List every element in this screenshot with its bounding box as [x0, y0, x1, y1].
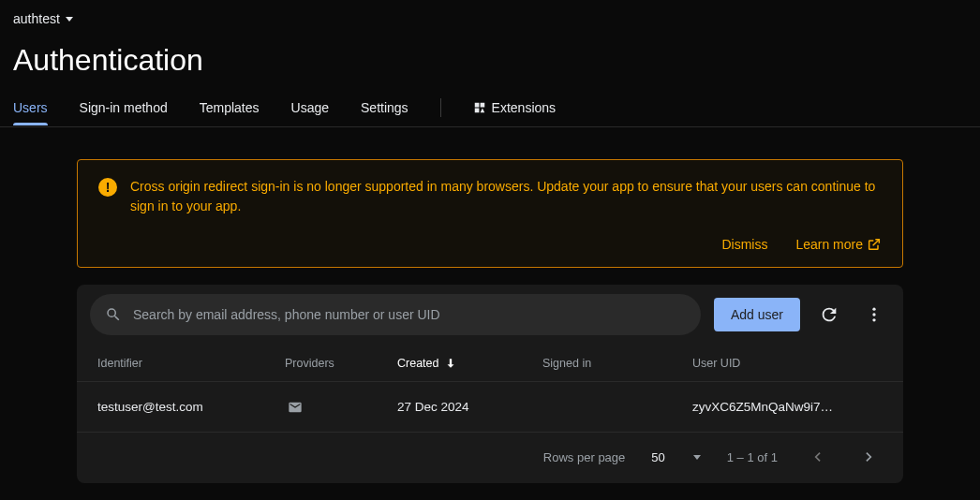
search-container — [90, 294, 701, 335]
dismiss-button[interactable]: Dismiss — [721, 237, 767, 252]
cell-providers — [285, 400, 397, 415]
project-selector[interactable]: authtest — [13, 11, 73, 26]
col-providers[interactable]: Providers — [285, 357, 397, 370]
pagination-range: 1 – 1 of 1 — [727, 450, 778, 464]
warning-banner: ! Cross origin redirect sign-in is no lo… — [77, 159, 903, 268]
table-row[interactable]: testuser@test.com 27 Dec 2024 zyvXC6Z5Mn… — [77, 382, 903, 433]
tab-extensions[interactable]: Extensions — [473, 100, 556, 125]
users-table: Identifier Providers Created Signed in U… — [77, 345, 903, 433]
tab-sign-in-method[interactable]: Sign-in method — [80, 100, 168, 125]
search-icon — [105, 306, 122, 323]
cell-uid: zyvXC6Z5MnQaNw9i78Ui0OB... — [692, 400, 836, 414]
cell-identifier: testuser@test.com — [97, 400, 285, 414]
col-created-label: Created — [397, 357, 438, 370]
next-page-button[interactable] — [856, 448, 883, 466]
rows-per-page-label: Rows per page — [543, 450, 625, 464]
extensions-icon — [473, 101, 486, 114]
tab-users[interactable]: Users — [13, 100, 48, 125]
sort-arrow-down-icon — [444, 357, 457, 370]
tabs: Users Sign-in method Templates Usage Set… — [0, 98, 980, 127]
warning-icon: ! — [98, 178, 117, 197]
chevron-down-icon — [693, 455, 701, 460]
table-header: Identifier Providers Created Signed in U… — [77, 345, 903, 382]
rows-per-page-value: 50 — [651, 450, 664, 464]
col-created[interactable]: Created — [397, 357, 542, 370]
learn-more-label: Learn more — [795, 237, 863, 252]
learn-more-link[interactable]: Learn more — [795, 237, 882, 252]
table-pagination: Rows per page 50 1 – 1 of 1 — [77, 433, 903, 479]
tab-extensions-label: Extensions — [492, 100, 556, 115]
email-provider-icon — [285, 400, 305, 415]
cell-created: 27 Dec 2024 — [397, 400, 542, 414]
more-menu-button[interactable] — [858, 299, 890, 331]
rows-per-page-select[interactable]: 50 — [651, 450, 700, 464]
svg-point-0 — [872, 308, 875, 311]
tab-divider — [440, 98, 441, 117]
tab-templates[interactable]: Templates — [200, 100, 260, 125]
chevron-left-icon — [808, 448, 826, 466]
users-panel: Add user Identifier Providers Created Si… — [77, 285, 903, 483]
more-vert-icon — [865, 305, 883, 324]
col-identifier[interactable]: Identifier — [97, 357, 285, 370]
svg-point-1 — [872, 313, 875, 316]
add-user-button[interactable]: Add user — [714, 298, 800, 331]
refresh-icon — [819, 304, 839, 325]
open-in-new-icon — [867, 237, 882, 252]
prev-page-button[interactable] — [804, 448, 830, 466]
page-title: Authentication — [13, 43, 967, 78]
svg-point-2 — [872, 318, 875, 321]
col-user-uid[interactable]: User UID — [692, 357, 836, 370]
col-signed-in[interactable]: Signed in — [542, 357, 692, 370]
warning-text: Cross origin redirect sign-in is no long… — [130, 177, 882, 216]
chevron-right-icon — [860, 448, 879, 466]
tab-usage[interactable]: Usage — [291, 100, 329, 125]
project-name: authtest — [13, 11, 60, 26]
search-input[interactable] — [133, 307, 686, 322]
tab-settings[interactable]: Settings — [361, 100, 408, 125]
chevron-down-icon — [66, 17, 73, 22]
refresh-button[interactable] — [813, 299, 845, 331]
